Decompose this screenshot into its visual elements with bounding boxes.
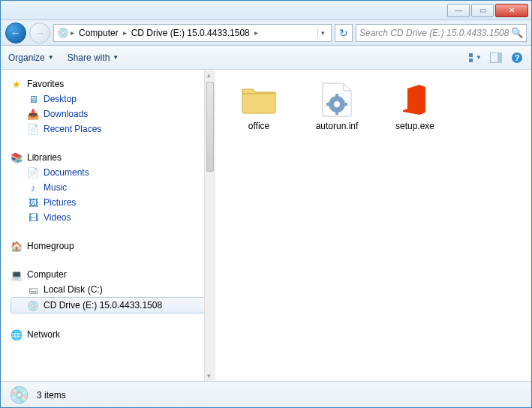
network-group: 🌐 Network <box>11 327 212 342</box>
back-button[interactable]: ← <box>5 22 26 44</box>
documents-icon: 📄 <box>27 166 39 178</box>
pictures-icon: 🖼 <box>27 196 39 208</box>
tree-cd-drive[interactable]: 💿 CD Drive (E:) 15.0.4433.1508 <box>11 297 207 314</box>
tree-item-label: Recent Places <box>44 124 101 134</box>
chevron-down-icon: ▼ <box>113 54 119 61</box>
chevron-right-icon: ▸ <box>254 28 258 37</box>
computer-group: 💻 Computer 🖴 Local Disk (C:) 💿 CD Drive … <box>11 267 212 314</box>
tree-desktop[interactable]: 🖥 Desktop <box>11 92 212 106</box>
minimize-button[interactable]: — <box>447 4 470 17</box>
tree-libraries[interactable]: 📚 Libraries <box>11 150 212 165</box>
tree-downloads[interactable]: 📥 Downloads <box>11 106 212 122</box>
favorites-label: Favorites <box>27 79 64 89</box>
maximize-button[interactable]: ▭ <box>471 4 494 17</box>
organize-button[interactable]: Organize ▼ <box>8 52 54 63</box>
homegroup-group: 🏠 Homegroup <box>11 238 212 254</box>
star-icon: ★ <box>11 78 23 90</box>
inf-icon <box>319 82 355 118</box>
search-placeholder: Search CD Drive (E:) 15.0.4433.1508 <box>359 28 509 38</box>
tree-item-label: Videos <box>44 212 71 223</box>
view-button[interactable]: ▼ <box>468 51 482 64</box>
libraries-label: Libraries <box>27 152 62 163</box>
navigation-pane: ★ Favorites 🖥 Desktop 📥 Downloads 📄 Rece… <box>1 70 215 381</box>
tree-pictures[interactable]: 🖼 Pictures <box>11 195 212 210</box>
navigation-bar: ← → 💿 ▸ Computer ▸ CD Drive (E:) 15.0.44… <box>1 20 531 46</box>
network-icon: 🌐 <box>11 328 23 340</box>
share-with-button[interactable]: Share with ▼ <box>68 52 119 63</box>
tree-homegroup[interactable]: 🏠 Homegroup <box>11 238 212 254</box>
forward-button[interactable]: → <box>29 22 50 44</box>
libraries-icon: 📚 <box>11 152 23 164</box>
chevron-down-icon: ▼ <box>48 54 54 61</box>
file-label: setup.exe <box>395 121 434 131</box>
file-item-folder[interactable]: office <box>227 82 290 131</box>
tree-computer[interactable]: 💻 Computer <box>11 267 212 282</box>
computer-icon: 💻 <box>11 268 23 280</box>
content-area: ★ Favorites 🖥 Desktop 📥 Downloads 📄 Rece… <box>1 70 531 381</box>
svg-rect-13 <box>344 103 347 106</box>
disc-icon: 💿 <box>8 385 29 406</box>
office-icon <box>397 82 433 118</box>
toolbar: Organize ▼ Share with ▼ ▼ ? <box>1 46 531 70</box>
close-button[interactable]: ✕ <box>495 4 528 17</box>
desktop-icon: 🖥 <box>27 93 39 105</box>
breadcrumb[interactable]: 💿 ▸ Computer ▸ CD Drive (E:) 15.0.4433.1… <box>53 24 332 42</box>
svg-rect-10 <box>335 94 338 98</box>
share-label: Share with <box>68 52 110 63</box>
tree-item-label: CD Drive (E:) 15.0.4433.1508 <box>44 300 162 310</box>
tree-item-label: Documents <box>44 167 89 178</box>
help-button[interactable]: ? <box>510 51 524 64</box>
chevron-down-icon: ▼ <box>476 54 482 61</box>
tree-music[interactable]: ♪ Music <box>11 180 212 195</box>
search-input[interactable]: Search CD Drive (E:) 15.0.4433.1508 🔍 <box>356 24 527 42</box>
tree-item-label: Music <box>44 182 67 193</box>
svg-rect-0 <box>469 53 473 57</box>
svg-rect-12 <box>326 103 330 106</box>
search-icon: 🔍 <box>511 27 523 38</box>
tree-local-disk[interactable]: 🖴 Local Disk (C:) <box>11 282 212 297</box>
organize-label: Organize <box>8 52 45 63</box>
preview-pane-button[interactable] <box>489 51 503 64</box>
tree-item-label: Desktop <box>44 94 77 104</box>
tree-favorites[interactable]: ★ Favorites <box>11 76 212 92</box>
svg-text:?: ? <box>515 53 520 62</box>
chevron-right-icon: ▸ <box>71 28 74 37</box>
file-label: office <box>248 121 269 131</box>
disc-icon: 💿 <box>27 299 39 311</box>
homegroup-icon: 🏠 <box>11 240 23 252</box>
tree-recent-places[interactable]: 📄 Recent Places <box>11 122 212 136</box>
file-pane[interactable]: office autorun.inf <box>215 70 531 381</box>
refresh-button[interactable]: ↻ <box>335 24 353 42</box>
svg-rect-5 <box>497 52 502 63</box>
titlebar: — ▭ ✕ <box>1 1 531 20</box>
scrollbar-thumb[interactable] <box>206 82 214 172</box>
svg-point-9 <box>334 101 340 107</box>
libraries-group: 📚 Libraries 📄 Documents ♪ Music 🖼 Pictur… <box>11 150 212 225</box>
svg-rect-2 <box>469 58 473 62</box>
network-label: Network <box>27 329 60 340</box>
tree-documents[interactable]: 📄 Documents <box>11 165 212 180</box>
file-item-inf[interactable]: autorun.inf <box>305 82 368 131</box>
chevron-right-icon: ▸ <box>123 28 127 37</box>
folder-icon <box>241 82 277 118</box>
music-icon: ♪ <box>27 182 39 194</box>
scrollbar[interactable] <box>204 70 215 381</box>
computer-label: Computer <box>27 269 67 280</box>
file-label: autorun.inf <box>316 121 359 131</box>
tree-item-label: Pictures <box>44 197 76 208</box>
tree-network[interactable]: 🌐 Network <box>11 327 212 342</box>
homegroup-label: Homegroup <box>27 241 74 251</box>
drive-icon: 🖴 <box>27 284 39 296</box>
downloads-icon: 📥 <box>27 108 39 120</box>
file-item-exe[interactable]: setup.exe <box>383 82 446 131</box>
tree-item-label: Local Disk (C:) <box>44 284 103 295</box>
breadcrumb-current[interactable]: CD Drive (E:) 15.0.4433.1508 <box>128 26 253 40</box>
breadcrumb-dropdown[interactable]: ▾ <box>317 28 328 38</box>
breadcrumb-root[interactable]: Computer <box>76 26 122 40</box>
svg-rect-11 <box>335 111 338 115</box>
disc-icon: 💿 <box>57 27 69 39</box>
favorites-group: ★ Favorites 🖥 Desktop 📥 Downloads 📄 Rece… <box>11 76 212 136</box>
tree-videos[interactable]: 🎞 Videos <box>11 210 212 225</box>
tree-item-label: Downloads <box>44 109 88 119</box>
videos-icon: 🎞 <box>27 212 39 224</box>
